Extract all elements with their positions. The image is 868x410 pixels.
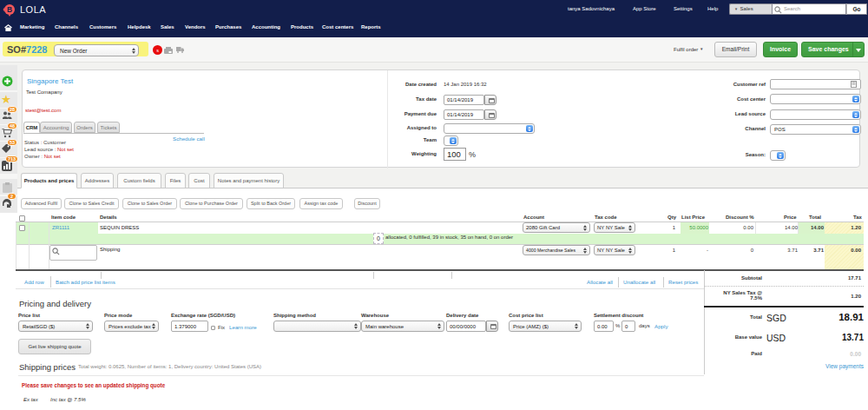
svg-text:s: s [156,48,159,53]
svg-text:B: B [7,5,12,14]
